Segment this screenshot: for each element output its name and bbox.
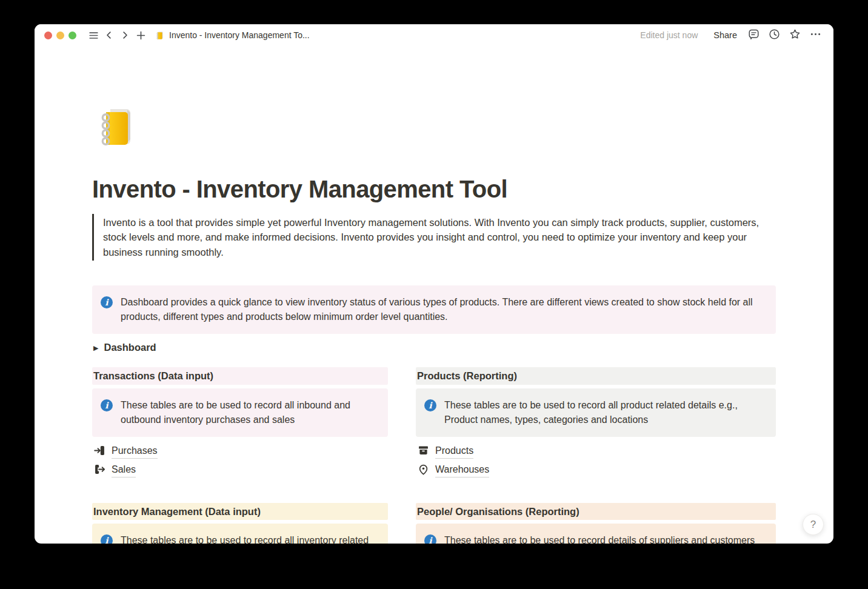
page-icon-notebook-emoji[interactable] [92, 103, 141, 151]
ellipsis-icon [809, 28, 822, 42]
titlebar-right-cluster: Edited just now Share [640, 27, 824, 44]
titlebar: Invento - Inventory Management To... Edi… [35, 24, 833, 46]
intro-quote-block: Invento is a tool that provides simple y… [92, 214, 776, 261]
people-organisations-callout: These tables are to be used to record de… [416, 524, 776, 544]
location-pin-icon [417, 463, 430, 478]
products-callout-text: These tables are to be used to record al… [444, 398, 766, 427]
page-title: Invento - Inventory Management Tool [92, 175, 776, 204]
column-products: Products (Reporting) These tables are to… [416, 367, 776, 480]
notion-app-window: Invento - Inventory Management To... Edi… [35, 24, 833, 544]
section-header-inventory-management: Inventory Management (Data input) [92, 503, 388, 521]
transactions-links: Purchases Sales [92, 442, 388, 480]
dashboard-callout-text: Dashboard provides a quick glance to vie… [121, 295, 766, 324]
star-icon [789, 28, 801, 42]
columns-row-1: Transactions (Data input) These tables a… [92, 367, 776, 480]
dashboard-toggle[interactable]: ▶ Dashboard [92, 340, 158, 355]
dashboard-callout: Dashboard provides a quick glance to vie… [92, 285, 776, 334]
favorite-button[interactable] [786, 27, 804, 44]
info-icon [424, 534, 437, 544]
page-content: Invento - Inventory Management Tool Inve… [92, 46, 776, 544]
close-button[interactable] [44, 32, 52, 39]
comment-bubble-icon [747, 28, 760, 42]
column-inventory-management: Inventory Management (Data input) These … [92, 503, 388, 544]
dashboard-toggle-label: Dashboard [104, 342, 156, 353]
info-icon [100, 399, 113, 427]
transactions-callout: These tables are to be used to record al… [92, 388, 388, 437]
tab-title: Invento - Inventory Management To... [169, 30, 310, 40]
sales-link-label: Sales [112, 464, 136, 478]
export-arrow-icon [93, 463, 106, 478]
active-tab[interactable]: Invento - Inventory Management To... [155, 30, 310, 41]
page-scroll-area[interactable]: Invento - Inventory Management Tool Inve… [35, 46, 833, 544]
minimize-button[interactable] [56, 32, 64, 39]
share-button[interactable]: Share [709, 28, 742, 42]
new-tab-button[interactable] [133, 27, 149, 43]
back-button[interactable] [101, 27, 117, 43]
sidebar-menu-button[interactable] [85, 27, 101, 43]
chevron-right-icon [119, 30, 130, 41]
people-organisations-callout-text: These tables are to be used to record de… [444, 533, 755, 544]
import-arrow-icon [93, 444, 106, 459]
archive-box-icon [417, 444, 430, 459]
help-button[interactable]: ? [803, 514, 824, 535]
page-link-sales[interactable]: Sales [92, 461, 137, 480]
plus-icon [135, 30, 147, 41]
history-button[interactable] [765, 27, 783, 44]
section-header-products: Products (Reporting) [416, 367, 776, 385]
traffic-lights [44, 32, 76, 39]
inventory-management-callout: These tables are to be used to record al… [92, 524, 388, 544]
columns-row-2: Inventory Management (Data input) These … [92, 503, 776, 544]
info-icon [100, 534, 113, 544]
ledger-notebook-icon [155, 30, 165, 41]
inventory-management-callout-text: These tables are to be used to record al… [121, 533, 378, 544]
products-callout: These tables are to be used to record al… [416, 388, 776, 437]
edited-status: Edited just now [640, 30, 698, 40]
info-icon [100, 296, 113, 324]
forward-button[interactable] [117, 27, 133, 43]
comments-button[interactable] [744, 27, 763, 44]
products-links: Products Warehouses [416, 442, 776, 480]
section-header-people-organisations: People/ Organisations (Reporting) [416, 503, 776, 521]
clock-icon [768, 28, 781, 42]
section-header-transactions: Transactions (Data input) [92, 367, 388, 385]
page-link-warehouses[interactable]: Warehouses [416, 461, 490, 480]
purchases-link-label: Purchases [112, 445, 158, 459]
hamburger-menu-icon [88, 30, 99, 41]
more-options-button[interactable] [806, 27, 824, 44]
chevron-left-icon [104, 30, 115, 41]
transactions-callout-text: These tables are to be used to record al… [121, 398, 378, 427]
products-link-label: Products [435, 445, 473, 459]
column-transactions: Transactions (Data input) These tables a… [92, 367, 388, 480]
toggle-triangle-icon: ▶ [93, 345, 98, 351]
column-people-organisations: People/ Organisations (Reporting) These … [416, 503, 776, 544]
zoom-button[interactable] [68, 32, 76, 39]
page-link-products[interactable]: Products [416, 442, 475, 461]
warehouses-link-label: Warehouses [435, 464, 489, 478]
page-link-purchases[interactable]: Purchases [92, 442, 159, 461]
info-icon [424, 399, 437, 427]
